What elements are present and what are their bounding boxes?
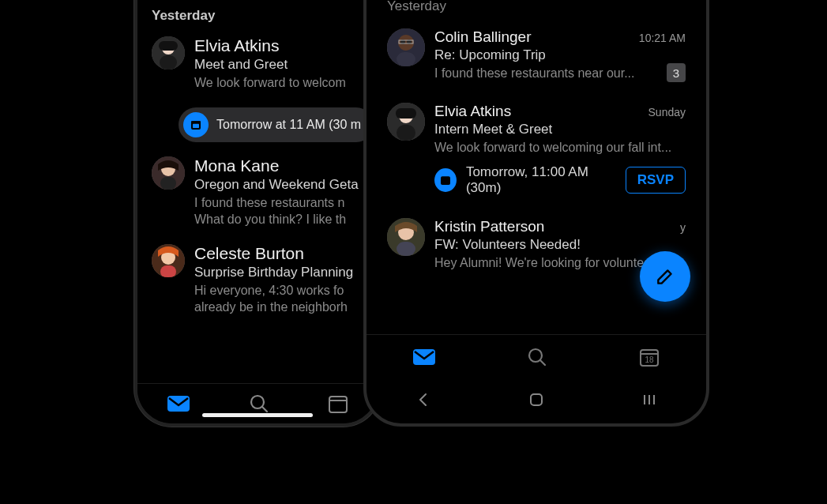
subject: Re: Upcoming Trip (434, 47, 686, 63)
calendar-icon[interactable]: 18 (638, 346, 660, 368)
sender-name: Kristin Patterson (434, 218, 544, 235)
avatar (387, 218, 425, 256)
svg-rect-28 (441, 176, 450, 185)
sender-name: Celeste Burton (194, 244, 363, 263)
unread-badge: 3 (667, 63, 686, 82)
svg-rect-5 (191, 121, 201, 123)
svg-rect-3 (159, 41, 178, 51)
preview: I found these restaurants near our... (434, 65, 660, 82)
svg-rect-33 (413, 349, 435, 365)
time: Sunday (648, 106, 686, 118)
svg-rect-31 (397, 242, 415, 256)
rsvp-button[interactable]: RSVP (626, 167, 686, 194)
svg-rect-26 (397, 125, 415, 141)
message-row[interactable]: Celeste Burton Surprise Birthday Plannin… (137, 236, 378, 324)
svg-rect-2 (160, 55, 177, 70)
preview: I found these restaurants n What do you … (194, 194, 363, 228)
svg-point-19 (398, 35, 414, 51)
svg-rect-9 (160, 177, 176, 190)
sender-name: Mona Kane (194, 156, 363, 175)
mail-icon[interactable] (167, 394, 190, 413)
back-icon[interactable] (415, 392, 431, 408)
event-pill[interactable]: Tomorrow at 11 AM (30 m (179, 107, 374, 142)
home-icon[interactable] (528, 392, 544, 408)
search-icon[interactable] (527, 347, 547, 367)
sender-name: Elvia Atkins (434, 103, 511, 120)
time: y (680, 221, 686, 234)
sender-name: Elvia Atkins (194, 36, 363, 55)
calendar-icon (434, 168, 457, 192)
event-text: Tomorrow, 11:00 AM (30m) (466, 164, 616, 196)
compose-fab[interactable] (640, 251, 690, 302)
event-line: Tomorrow, 11:00 AM (30m) RSVP (434, 164, 686, 196)
avatar (387, 103, 425, 141)
calendar-day: 18 (645, 355, 655, 364)
subject: FW: Volunteers Needed! (434, 237, 686, 253)
subject: Surprise Birthday Planning (194, 265, 363, 280)
phone-ios: Yesterday Elvia Atkins Meet and Greet We… (134, 0, 381, 427)
message-row[interactable]: Colin Ballinger 10:21 AM Re: Upcoming Tr… (367, 19, 706, 92)
subject: Meet and Greet (194, 57, 363, 73)
subject: Intern Meet & Greet (434, 122, 686, 137)
android-navbar (367, 379, 706, 423)
preview: We look forward to welcom (194, 74, 363, 92)
home-indicator[interactable] (202, 413, 313, 417)
preview: Hi everyone, 4:30 works fo already be in… (194, 282, 363, 316)
sender-name: Colin Ballinger (434, 28, 532, 46)
section-header-yesterday: Yesterday (137, 2, 378, 28)
bottom-tabbar (137, 383, 378, 423)
inbox-list[interactable]: Yesterday Elvia Atkins Meet and Greet We… (137, 0, 378, 383)
message-row[interactable]: Elvia Atkins Sunday Intern Meet & Greet … (367, 92, 706, 207)
svg-rect-27 (396, 108, 416, 118)
svg-rect-12 (160, 265, 176, 277)
avatar (387, 28, 425, 66)
time: 10:21 AM (639, 32, 686, 44)
avatar (152, 36, 185, 70)
mail-icon[interactable] (412, 348, 436, 367)
svg-rect-13 (167, 396, 190, 412)
calendar-icon (183, 112, 209, 137)
message-row[interactable]: Elvia Atkins Meet and Greet We look forw… (137, 28, 378, 100)
svg-line-15 (262, 407, 267, 412)
phone-android: Yesterday Colin Ballinger 10:21 AM Re: U… (363, 0, 709, 427)
bottom-tabbar: 18 (367, 334, 706, 379)
avatar (152, 244, 185, 277)
preview: We look forward to welcoming our fall in… (434, 139, 686, 156)
svg-line-35 (540, 360, 545, 365)
avatar (152, 156, 185, 190)
message-row[interactable]: Mona Kane Oregon and Weekend Geta I foun… (137, 149, 378, 236)
section-header-yesterday: Yesterday (367, 0, 706, 19)
svg-rect-16 (329, 397, 347, 412)
subject: Oregon and Weekend Geta (194, 177, 363, 193)
search-icon[interactable] (249, 393, 269, 414)
svg-rect-6 (193, 123, 199, 127)
recents-icon[interactable] (641, 392, 657, 408)
calendar-icon[interactable] (328, 393, 348, 414)
event-text: Tomorrow at 11 AM (30 m (216, 118, 361, 132)
svg-rect-38 (531, 394, 542, 405)
compose-icon (655, 266, 675, 287)
svg-rect-20 (397, 52, 415, 66)
